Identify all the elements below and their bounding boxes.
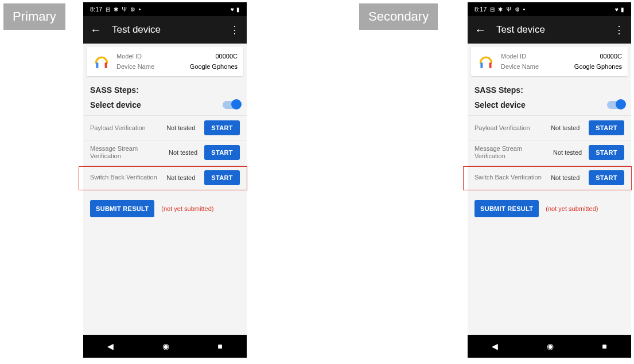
status-bar: 8:17 ⊟ ✱ Ψ ⚙ • ♥ ▮ [83,2,247,16]
status-bar: 8:17 ⊟ ✱ Ψ ⚙ • ♥ ▮ [468,2,631,16]
sass-heading-section: SASS Steps: [83,80,247,97]
submit-row: SUBMIT RESULT (not yet submitted) [83,190,247,228]
app-bar: ← Test device ⋮ [83,16,247,44]
status-icon-4: ⚙ [130,6,135,13]
svg-rect-3 [489,62,492,68]
start-button[interactable]: START [589,120,624,135]
submit-status: (not yet submitted) [161,205,213,212]
test-status: Not tested [169,149,201,156]
test-row-payload: Payload Verification Not tested START [468,115,631,140]
app-bar: ← Test device ⋮ [468,16,631,44]
select-device-toggle[interactable] [223,101,240,109]
test-row-switch-back: Switch Back Verification Not tested STAR… [468,165,631,190]
submit-result-button[interactable]: SUBMIT RESULT [474,200,539,217]
test-name: Switch Back Verification [474,174,547,181]
nav-back-icon[interactable]: ◀ [492,342,498,351]
test-row-payload: Payload Verification Not tested START [83,115,247,140]
start-button[interactable]: START [204,120,240,135]
test-status: Not tested [166,174,201,181]
sass-heading-section: SASS Steps: [468,80,631,97]
select-device-toggle[interactable] [607,101,624,109]
battery-icon: ▮ [236,6,240,13]
status-icon-3: Ψ [122,6,126,13]
svg-rect-0 [96,62,98,68]
device-name-value: Google Gphones [574,62,622,72]
model-id-label: Model ID [501,52,526,62]
app-bar-title: Test device [112,24,219,36]
secondary-label: Secondary [359,3,438,30]
submit-row: SUBMIT RESULT (not yet submitted) [468,190,631,228]
back-icon[interactable]: ← [90,24,102,37]
status-icon-1: ⊟ [106,6,110,13]
primary-label: Primary [3,3,65,30]
test-status: Not tested [551,124,585,131]
more-icon[interactable]: ⋮ [230,24,240,36]
test-row-switch-back: Switch Back Verification Not tested STAR… [83,165,247,190]
start-button[interactable]: START [204,170,240,185]
submit-result-button[interactable]: SUBMIT RESULT [90,200,154,217]
nav-recent-icon[interactable]: ■ [217,342,222,351]
model-id-value: 00000C [600,52,622,62]
nav-back-icon[interactable]: ◀ [107,342,114,351]
test-status: Not tested [553,149,585,156]
status-icon-2: ✱ [498,6,503,13]
status-time: 8:17 [474,6,487,13]
test-name: Message Stream Verification [474,145,550,160]
select-device-label: Select device [474,100,526,109]
app-bar-title: Test device [496,24,604,36]
device-name-value: Google Gphones [190,62,238,72]
more-icon[interactable]: ⋮ [614,24,624,36]
nav-home-icon[interactable]: ◉ [162,342,169,351]
test-status: Not tested [551,174,585,181]
nav-bar: ◀ ◉ ■ [83,335,247,358]
svg-rect-1 [105,62,107,68]
wifi-icon: ♥ [231,6,234,13]
back-icon[interactable]: ← [474,24,486,37]
nav-bar: ◀ ◉ ■ [468,335,631,358]
select-device-row: Select device [83,97,247,115]
phone-secondary: 8:17 ⊟ ✱ Ψ ⚙ • ♥ ▮ ← Test device ⋮ Model… [468,2,631,358]
test-status: Not tested [166,124,201,131]
headphones-icon [92,53,111,71]
svg-rect-2 [480,62,483,68]
start-button[interactable]: START [589,145,624,160]
device-name-label: Device Name [116,62,154,72]
test-name: Switch Back Verification [90,174,163,181]
test-row-message-stream: Message Stream Verification Not tested S… [468,140,631,165]
submit-status: (not yet submitted) [546,205,598,212]
status-icon-4: ⚙ [515,6,520,13]
test-name: Payload Verification [474,124,547,132]
headphones-icon [477,53,495,71]
device-name-label: Device Name [501,62,539,72]
phone-primary: 8:17 ⊟ ✱ Ψ ⚙ • ♥ ▮ ← Test device ⋮ Model… [83,2,247,358]
model-id-value: 00000C [215,52,238,62]
status-icon-1: ⊟ [490,6,495,13]
nav-recent-icon[interactable]: ■ [602,342,606,351]
select-device-label: Select device [90,100,141,109]
sass-heading: SASS Steps: [90,85,240,95]
wifi-icon: ♥ [615,6,619,13]
test-name: Message Stream Verification [90,145,165,160]
battery-icon: ▮ [621,6,624,13]
select-device-row: Select device [468,97,631,115]
device-card: Model ID 00000C Device Name Google Gphon… [87,47,243,76]
test-row-message-stream: Message Stream Verification Not tested S… [83,140,247,165]
status-icon-2: ✱ [114,6,118,13]
model-id-label: Model ID [116,52,142,62]
test-name: Payload Verification [90,124,163,132]
status-icon-5: • [523,6,526,13]
status-time: 8:17 [90,6,102,13]
nav-home-icon[interactable]: ◉ [547,342,554,351]
status-icon-3: Ψ [506,6,511,13]
status-icon-5: • [139,6,141,13]
sass-heading: SASS Steps: [474,85,624,95]
start-button[interactable]: START [204,145,240,160]
start-button[interactable]: START [589,170,624,185]
device-card: Model ID 00000C Device Name Google Gphon… [471,47,628,76]
